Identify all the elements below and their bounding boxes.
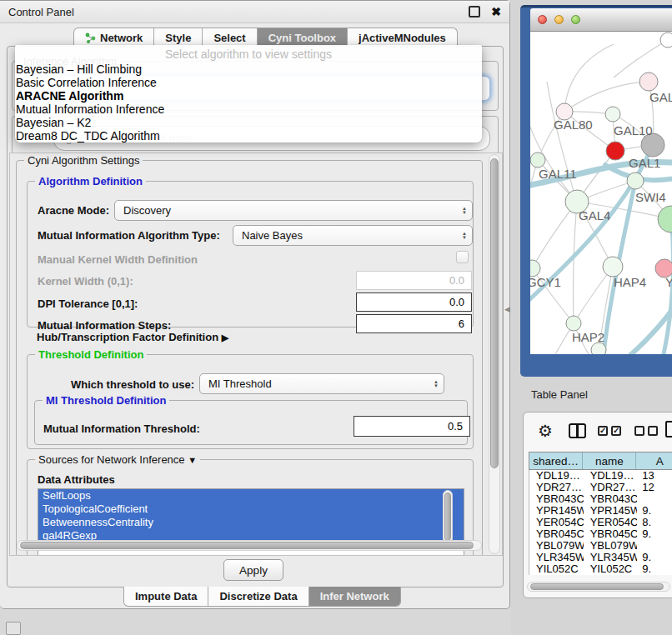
aracne-mode-label: Aracne Mode: [38, 204, 109, 217]
table-row[interactable]: YBR043CYBR043C [529, 493, 672, 505]
table-cell: 12 [637, 482, 672, 493]
manual-kernel-width-label: Manual Kernel Width Definition [38, 253, 198, 266]
network-node[interactable] [566, 316, 581, 331]
network-node[interactable] [530, 152, 545, 168]
dpi-tolerance-input[interactable]: 0.0 [356, 292, 472, 312]
hub-definition-label[interactable]: Hub/Transcription Factor Definition ▶ [37, 331, 228, 343]
table-row[interactable]: YLR345WYLR345W9. [529, 552, 672, 563]
network-node[interactable] [658, 206, 672, 232]
dropdown-item-bayesian-k2[interactable]: Bayesian – K2 [15, 116, 482, 129]
collapse-arrow-icon[interactable]: ▼ [188, 455, 197, 465]
dropdown-item-dream8-dc-tdc-algorithm[interactable]: Dream8 DC_TDC Algorithm [15, 129, 482, 142]
table-cell: YBR045C [584, 528, 638, 540]
table-cell: YBL079W [584, 540, 638, 552]
table-cell: 8. [637, 517, 672, 528]
minimize-traffic-light[interactable] [554, 15, 564, 24]
apply-button[interactable]: Apply [223, 559, 283, 581]
which-threshold-combo[interactable]: MI Threshold ▲▼ [199, 373, 444, 394]
column-header-shared[interactable]: shared… [529, 452, 583, 469]
network-window-titlebar[interactable] [530, 8, 672, 32]
network-edge [530, 160, 538, 240]
settings-horizontal-scrollbar[interactable] [17, 540, 482, 551]
algorithm-definition-title: Algorithm Definition [35, 175, 146, 188]
which-threshold-label: Which threshold to use: [71, 378, 194, 391]
settings-vertical-scrollbar-thumb[interactable] [490, 158, 499, 468]
settings-vertical-scrollbar[interactable] [489, 154, 500, 554]
threshold-definition-group: Threshold Definition Which threshold to … [27, 354, 474, 449]
table-row[interactable]: YPR145WYPR145W9. [529, 505, 672, 517]
table-cell: YER054C [584, 517, 638, 528]
minimized-panel-icon[interactable] [6, 622, 21, 635]
dropdown-item-mutual-information-inference[interactable]: Mutual Information Inference [15, 102, 482, 116]
tab-label: Style [165, 32, 191, 44]
combo-stepper-icon: ▲▼ [434, 380, 439, 388]
expand-arrow-icon[interactable]: ▶ [222, 332, 228, 342]
gear-icon[interactable]: ⚙ [538, 421, 553, 441]
table-horizontal-scrollbar[interactable] [527, 582, 670, 592]
table-cell: 13 [637, 470, 672, 482]
which-threshold-value: MI Threshold [208, 378, 272, 390]
sources-title[interactable]: Sources for Network Inference ▼ [35, 453, 200, 466]
zoom-traffic-light[interactable] [571, 15, 580, 24]
settings-horizontal-scrollbar-thumb[interactable] [20, 542, 474, 549]
kernel-width-input[interactable]: 0.0 [356, 271, 472, 290]
hub-definition-text: Hub/Transcription Factor Definition [37, 331, 218, 343]
table-row[interactable]: YIL052CYIL052C9. [529, 563, 672, 575]
mi-threshold-definition-title: MI Threshold Definition [43, 394, 169, 407]
list-item-topologicalcoefficient[interactable]: TopologicalCoefficient [38, 502, 464, 516]
table-row[interactable]: YBL079WYBL079W [529, 540, 672, 552]
table-cell: YER054C [529, 517, 584, 528]
network-view-canvas[interactable]: GALGAL80GAL10GAL1GAL11SWI4GAL4GCY1HAP4YH… [530, 32, 672, 354]
table-row[interactable]: YER054CYER054C8. [529, 517, 672, 528]
splitter-collapse-icon[interactable]: ◀ [504, 305, 510, 313]
control-panel-titlebar: Control Panel ✖ [0, 1, 509, 23]
table-row[interactable]: YDL19…YDL19…13 [529, 470, 672, 482]
document-icon[interactable] [665, 421, 672, 438]
network-edge [574, 202, 578, 323]
list-item-selfloops[interactable]: SelfLoops [38, 489, 464, 502]
network-node[interactable] [627, 172, 644, 189]
network-node[interactable] [606, 142, 624, 160]
node-table: shared…nameA YDL19…YDL19…13YDR27…YDR27…1… [529, 452, 672, 575]
tab-impute-data[interactable]: Impute Data [124, 587, 208, 606]
network-node-label: GAL11 [539, 167, 577, 181]
list-scrollbar-thumb[interactable] [444, 492, 451, 541]
network-node[interactable] [591, 342, 606, 354]
dropdown-item-bayesian-hill-climbing[interactable]: Bayesian – Hill Climbing [15, 62, 482, 76]
close-icon[interactable]: ✖ [491, 6, 501, 18]
column-header-name[interactable]: name [583, 452, 636, 469]
table-cell: 9. [637, 528, 672, 540]
network-node[interactable] [530, 260, 540, 277]
table-row[interactable]: YBR045CYBR045C9. [529, 528, 672, 540]
deselect-all-checkboxes-icon[interactable] [634, 426, 658, 436]
aracne-mode-combo[interactable]: Discovery ▲▼ [114, 200, 473, 221]
manual-kernel-width-checkbox[interactable] [456, 251, 469, 263]
float-window-icon[interactable] [469, 6, 480, 18]
list-scrollbar[interactable] [443, 490, 453, 543]
table-cell: YPR145W [529, 505, 584, 517]
network-node[interactable] [639, 72, 658, 91]
select-all-checkboxes-icon[interactable]: ✓✓ [598, 426, 621, 436]
dropdown-item-basic-correlation-inference[interactable]: Basic Correlation Inference [15, 76, 482, 89]
mi-algorithm-type-combo[interactable]: Naive Bayes ▲▼ [233, 225, 473, 246]
list-item-betweennesscentrality[interactable]: BetweennessCentrality [38, 516, 464, 529]
mi-threshold-input[interactable]: 0.5 [354, 416, 470, 437]
split-columns-icon[interactable] [569, 423, 586, 438]
tab-infer-network[interactable]: Infer Network [308, 587, 400, 606]
mi-steps-label: Mutual Information Steps: [38, 319, 171, 332]
threshold-definition-title: Threshold Definition [35, 348, 147, 361]
close-traffic-light[interactable] [538, 15, 547, 24]
network-node[interactable] [603, 257, 623, 277]
table-row[interactable]: YDR27…YDR27…12 [529, 482, 672, 493]
network-node-label: HAP4 [614, 275, 646, 289]
network-node[interactable] [660, 32, 672, 48]
column-header-a[interactable]: A [636, 452, 672, 469]
dropdown-item-aracne-algorithm[interactable]: ARACNE Algorithm [15, 89, 482, 102]
network-node[interactable] [605, 107, 620, 122]
node-table-rows: YDL19…YDL19…13YDR27…YDR27…12YBR043CYBR04… [529, 470, 672, 575]
mi-steps-input[interactable]: 6 [356, 314, 472, 333]
table-cell: 9. [637, 505, 672, 517]
tab-discretize-data[interactable]: Discretize Data [208, 587, 308, 606]
table-cell: YLR345W [584, 552, 638, 563]
table-horizontal-scrollbar-thumb[interactable] [530, 583, 664, 590]
